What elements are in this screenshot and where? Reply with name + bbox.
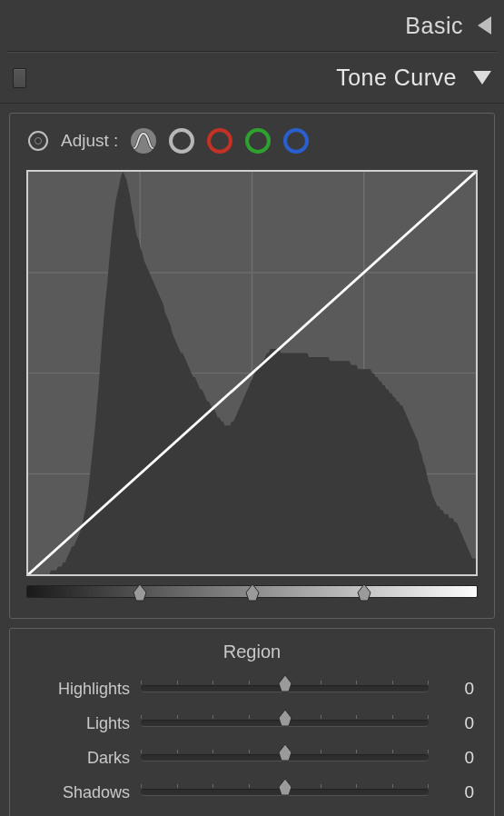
tone-curve-panel-header[interactable]: Tone Curve (0, 53, 504, 104)
slider-value: 0 (440, 713, 474, 733)
svg-point-0 (131, 128, 156, 154)
slider-row-highlights: Highlights0 (30, 672, 474, 706)
slider-row-darks: Darks0 (30, 741, 474, 775)
expand-down-icon (473, 71, 491, 85)
slider-label: Lights (30, 714, 130, 733)
panel-toggle-switch[interactable] (13, 68, 26, 88)
slider-label: Shadows (30, 783, 130, 802)
circle-icon (283, 128, 309, 154)
slider-thumb[interactable] (276, 708, 294, 728)
develop-right-panel: { "header": { "basic_label": "Basic", "t… (0, 0, 504, 816)
shadows-slider[interactable] (141, 782, 429, 802)
slider-label: Highlights (30, 680, 130, 699)
circle-icon (207, 128, 232, 154)
darks-slider[interactable] (141, 748, 429, 768)
lights-slider[interactable] (141, 713, 429, 733)
adjust-channel-row: Adjust : (26, 126, 478, 164)
svg-line-8 (28, 172, 476, 574)
basic-panel-header[interactable]: Basic (0, 0, 504, 51)
adjust-label: Adjust : (61, 131, 118, 151)
slider-row-shadows: Shadows0 (30, 775, 474, 810)
slider-value: 0 (440, 748, 474, 768)
tone-range-strip[interactable] (26, 585, 478, 598)
channel-green-button[interactable] (243, 126, 272, 155)
tone-curve-panel-label: Tone Curve (336, 65, 457, 91)
slider-value: 0 (440, 782, 474, 802)
slider-label: Darks (30, 749, 130, 768)
slider-thumb[interactable] (276, 742, 294, 762)
highlights-slider[interactable] (141, 679, 429, 699)
range-split-mid[interactable] (243, 582, 262, 602)
channel-luminance-button[interactable] (167, 126, 196, 155)
slider-thumb[interactable] (276, 673, 294, 693)
range-split-shadow[interactable] (131, 582, 149, 602)
range-split-highlight[interactable] (355, 582, 373, 602)
channel-blue-button[interactable] (282, 126, 311, 155)
channel-parametric-button[interactable] (129, 126, 158, 155)
collapse-left-icon (478, 16, 491, 35)
basic-panel-label: Basic (405, 13, 463, 39)
region-panel: Region Highlights0Lights0Darks0Shadows0 (9, 628, 495, 816)
parametric-curve-icon (129, 126, 158, 155)
targeted-adjustment-tool[interactable] (28, 131, 48, 151)
slider-value: 0 (440, 679, 474, 699)
circle-icon (245, 128, 271, 154)
tone-curve-panel-body: Adjust : (9, 113, 495, 619)
slider-thumb[interactable] (276, 777, 294, 797)
circle-icon (169, 128, 194, 154)
slider-row-lights: Lights0 (30, 706, 474, 741)
curve-line (28, 172, 476, 574)
tone-curve-graph[interactable] (26, 170, 478, 576)
target-dot-icon (35, 137, 42, 144)
region-title: Region (30, 642, 474, 662)
channel-red-button[interactable] (205, 126, 234, 155)
